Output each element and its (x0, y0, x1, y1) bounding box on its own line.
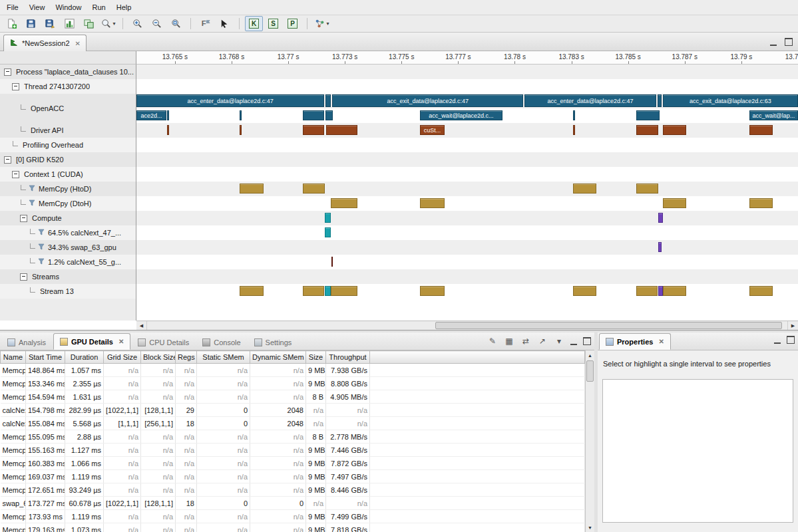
column-header-duration[interactable]: Duration (65, 351, 104, 364)
scroll-up-arrow[interactable]: ▲ (586, 350, 594, 360)
interval-bar[interactable] (303, 125, 324, 135)
interval-bar[interactable]: acc_enter_data@laplace2d.c:47 (524, 94, 656, 107)
scroll-down-arrow[interactable]: ▼ (586, 523, 594, 532)
interval-bar[interactable]: acc_wait@laplace2d.c... (420, 110, 503, 120)
interval-bar[interactable]: acc_wait@lap... (749, 110, 798, 120)
table-row[interactable]: Memcpy173.93 ms1.119 msn/an/an/an/an/a9 … (1, 510, 585, 523)
interval-bar[interactable] (303, 110, 324, 120)
table-row[interactable]: Memcpy154.594 ms1.631 µsn/an/an/an/an/a8… (1, 390, 585, 404)
tree-row-process[interactable]: Process "laplace_data_clauses 10... (0, 65, 136, 79)
column-header-grid-size[interactable]: Grid Size (104, 351, 141, 364)
interval-bar[interactable]: acc_enter_data@laplace2d.c:47 (136, 94, 324, 107)
menu-help[interactable]: Help (111, 1, 137, 13)
session-tab-close-icon[interactable]: ✕ (75, 40, 81, 47)
interval-bar[interactable] (636, 184, 658, 194)
interval-bar[interactable] (636, 286, 658, 296)
properties-tab-close-icon[interactable]: ✕ (658, 338, 664, 345)
interval-bar[interactable] (325, 286, 331, 296)
tree-row-stream-13[interactable]: Stream 13 (0, 284, 136, 299)
profile-application-button[interactable] (61, 16, 79, 31)
tree-row-context-1-cuda[interactable]: Context 1 (CUDA) (0, 167, 136, 182)
vscroll-thumb[interactable] (586, 360, 594, 382)
interval-bar[interactable] (658, 286, 663, 296)
collapse-toggle[interactable] (4, 68, 11, 76)
interval-bar[interactable] (331, 257, 333, 267)
tree-row-kernel-calcnext-55[interactable]: 1.2% calcNext_55_g... (0, 255, 136, 269)
interval-bar[interactable] (167, 110, 169, 120)
minimize-view-icon[interactable] (770, 39, 777, 46)
interval-bar[interactable] (420, 286, 445, 296)
tree-row-streams[interactable]: Streams (0, 269, 136, 284)
collapse-toggle[interactable] (20, 215, 27, 222)
interval-bar[interactable] (636, 110, 660, 120)
table-row[interactable]: Memcpy155.163 ms1.127 msn/an/an/an/an/a9… (1, 444, 585, 457)
select-arrow-button[interactable] (216, 16, 234, 31)
details-minimize-icon[interactable] (570, 338, 577, 345)
table-row[interactable]: Memcpy172.651 ms93.249 µsn/an/an/an/an/a… (1, 483, 585, 497)
hscroll-thumb[interactable] (435, 322, 782, 329)
maximize-view-icon[interactable] (785, 38, 793, 46)
zoom-out-button[interactable] (148, 16, 166, 31)
export-button[interactable]: ↗ (537, 336, 548, 346)
tree-row-driver-api[interactable]: Driver API (0, 123, 136, 138)
timeline-hscrollbar[interactable]: ◀ ▶ (136, 321, 798, 330)
menu-down-button[interactable]: ▾ (554, 336, 564, 346)
table-row[interactable]: calcNext154.798 ms282.99 µs[1022,1,1][12… (1, 404, 585, 417)
interval-bar[interactable] (303, 286, 324, 296)
interval-bar[interactable]: acc_exit_data@laplace2d.c:63 (663, 94, 798, 107)
new-session-button[interactable] (3, 16, 21, 31)
interval-bar[interactable] (331, 286, 357, 296)
tree-row-memcpy-dtoh[interactable]: MemCpy (DtoH) (0, 196, 136, 211)
interval-bar[interactable] (240, 184, 264, 194)
scroll-right-arrow[interactable]: ▶ (787, 321, 798, 330)
tree-row-gpu-grid-k520[interactable]: [0] GRID K520 (0, 152, 136, 167)
interval-bar[interactable] (573, 184, 596, 194)
interval-bar[interactable] (663, 125, 686, 135)
tree-row-kernel-swap-63[interactable]: 34.3% swap_63_gpu (0, 240, 136, 255)
save-button[interactable] (22, 16, 40, 31)
tab-cpu-details[interactable]: CPU Details (132, 334, 195, 350)
interval-bar[interactable] (658, 213, 663, 223)
sync-button[interactable]: ⇄ (520, 336, 531, 346)
zoom-fit-button[interactable] (167, 16, 185, 31)
column-header-dynamic-smem[interactable]: Dynamic SMem (250, 351, 306, 364)
menu-window[interactable]: Window (50, 1, 87, 13)
interval-bar[interactable] (325, 110, 333, 120)
tab-gpu-details[interactable]: GPU Details✕ (53, 333, 130, 350)
collapse-toggle[interactable] (12, 83, 19, 90)
table-vscrollbar[interactable]: ▲ ▼ (585, 350, 594, 532)
tree-row-compute[interactable]: Compute (0, 211, 136, 225)
flag-f-button[interactable]: F (196, 16, 214, 31)
tree-row-thread[interactable]: Thread 2741307200 (0, 79, 136, 94)
properties-maximize-icon[interactable] (787, 336, 795, 344)
column-header-throughput[interactable]: Throughput (326, 351, 370, 364)
interval-bar[interactable] (326, 125, 357, 135)
interval-bar[interactable] (240, 125, 242, 135)
column-header-block-size[interactable]: Block Size (141, 351, 176, 364)
column-header-size[interactable]: Size (306, 351, 326, 364)
column-header-regs[interactable]: Regs (176, 351, 197, 364)
column-header-name[interactable]: Name (1, 351, 26, 364)
tree-row-kernel-calcnext-47[interactable]: 64.5% calcNext_47_... (0, 225, 136, 240)
edit-button[interactable]: ✎ (487, 336, 498, 346)
interval-bar[interactable]: ace2d... (136, 110, 166, 120)
tree-row-profiling-overhead[interactable]: Profiling Overhead (0, 138, 136, 152)
table-row[interactable]: Memcpy155.095 ms2.88 µsn/an/an/an/an/a8 … (1, 430, 585, 444)
tree-row-openacc[interactable]: OpenACC (0, 94, 136, 123)
interval-bar[interactable] (749, 198, 773, 208)
interval-bar[interactable]: acc_exit_data@laplace2d.c:47 (332, 94, 523, 107)
interval-bar[interactable] (749, 125, 773, 135)
tree-row-memcpy-htod[interactable]: MemCpy (HtoD) (0, 182, 136, 196)
interval-bar[interactable] (663, 286, 686, 296)
kernel-k-button[interactable]: K (245, 16, 263, 31)
tab-settings[interactable]: Settings (248, 334, 298, 350)
tab-console[interactable]: Console (196, 334, 246, 350)
interval-bar[interactable] (325, 94, 331, 107)
interval-bar[interactable] (663, 198, 686, 208)
table-row[interactable]: Memcpy169.037 ms1.119 msn/an/an/an/an/a9… (1, 470, 585, 483)
table-row[interactable]: swap_63173.727 ms60.678 µs[1022,1,1][128… (1, 497, 585, 510)
save-as-button[interactable] (41, 16, 59, 31)
table-row[interactable]: calcNext155.084 ms5.568 µs[1,1,1][256,1,… (1, 417, 585, 430)
interval-bar[interactable] (573, 286, 596, 296)
interval-bar[interactable] (636, 125, 658, 135)
